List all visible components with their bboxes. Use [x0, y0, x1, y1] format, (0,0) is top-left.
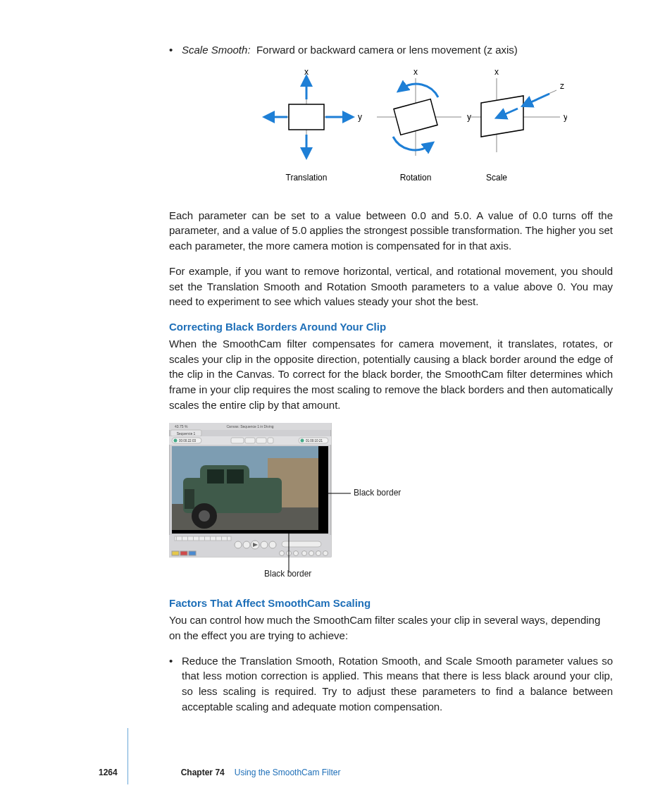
svg-rect-26: [231, 438, 244, 443]
content-column: Scale Smooth: Forward or backward camera…: [169, 42, 613, 715]
svg-point-58: [243, 541, 250, 548]
paragraph: You can control how much the SmoothCam f…: [169, 612, 613, 643]
chapter-title: Using the SmoothCam Filter: [235, 767, 341, 779]
svg-point-25: [174, 438, 178, 442]
svg-rect-47: [176, 536, 177, 541]
canvas-title: Canvas: Sequence 1 in Diving: [227, 424, 274, 429]
timecode-left: 00:00:22:03: [179, 439, 196, 443]
term-desc: Forward or backward camera or lens movem…: [256, 44, 518, 56]
caption-scale: Scale: [486, 173, 507, 183]
axis-y-label: y: [358, 112, 362, 122]
heading-factors-scaling: Factors That Affect SmoothCam Scaling: [169, 596, 613, 611]
axis-z-label: z: [560, 81, 564, 91]
svg-point-70: [302, 550, 307, 555]
svg-point-60: [261, 541, 268, 548]
svg-rect-56: [227, 536, 228, 541]
canvas-tab: Sequence 1: [177, 431, 196, 436]
svg-point-71: [309, 550, 314, 555]
svg-rect-44: [172, 530, 328, 534]
svg-rect-53: [210, 536, 211, 541]
callout-black-border-bottom: Black border: [264, 569, 311, 578]
svg-rect-29: [268, 438, 273, 443]
svg-rect-51: [199, 536, 199, 541]
svg-rect-38: [207, 469, 224, 483]
svg-text:y: y: [564, 112, 567, 122]
svg-rect-64: [172, 551, 179, 555]
paragraph: Each parameter can be set to a value bet…: [169, 208, 613, 254]
svg-point-72: [316, 550, 321, 555]
svg-rect-65: [180, 551, 187, 555]
svg-point-41: [199, 510, 210, 522]
svg-rect-39: [227, 469, 244, 483]
svg-point-73: [323, 550, 328, 555]
callout-black-border-right: Black border: [354, 488, 401, 498]
svg-line-18: [526, 94, 549, 104]
document-page: Scale Smooth: Forward or backward camera…: [0, 0, 672, 807]
svg-rect-48: [182, 536, 182, 541]
svg-rect-27: [245, 438, 255, 443]
svg-rect-54: [216, 536, 216, 541]
svg-rect-6: [289, 104, 324, 130]
svg-rect-52: [204, 536, 205, 541]
caption-translation: Translation: [286, 173, 328, 183]
svg-text:x: x: [494, 68, 499, 77]
svg-text:x: x: [413, 68, 418, 77]
page-number: 1264: [99, 767, 118, 779]
svg-point-57: [235, 541, 242, 548]
paragraph: When the SmoothCam filter compensates fo…: [169, 336, 613, 413]
svg-rect-63: [282, 541, 321, 547]
svg-rect-11: [394, 99, 437, 135]
svg-rect-43: [318, 446, 328, 534]
list-item: Reduce the Translation Smooth, Rotation …: [169, 653, 613, 715]
chapter-number: Chapter 74: [181, 767, 225, 779]
svg-rect-46: [175, 536, 231, 541]
list-item: Scale Smooth: Forward or backward camera…: [169, 42, 613, 58]
bullet-list-top: Scale Smooth: Forward or backward camera…: [169, 42, 613, 58]
timecode-right: 01:00:10:21: [306, 439, 323, 443]
svg-rect-49: [187, 536, 188, 541]
svg-rect-50: [193, 536, 194, 541]
svg-point-31: [301, 438, 304, 442]
bullet-list-bottom: Reduce the Translation Smooth, Rotation …: [169, 653, 613, 715]
canvas-pct: 43.75 %: [175, 424, 188, 429]
svg-point-61: [269, 541, 276, 548]
svg-point-69: [294, 550, 299, 555]
page-footer: 1264 Chapter 74 Using the SmoothCam Filt…: [0, 767, 672, 779]
motion-diagram: x y Translation x y: [169, 68, 634, 195]
svg-rect-66: [189, 551, 196, 555]
canvas-screenshot-figure: Canvas: Sequence 1 in Diving 43.75 % Seq…: [169, 423, 613, 582]
paragraph: For example, if you want to remove horiz…: [169, 264, 613, 309]
svg-rect-42: [185, 489, 194, 509]
axis-x-label: x: [304, 68, 309, 77]
svg-point-67: [280, 550, 285, 555]
svg-rect-28: [256, 438, 266, 443]
term-scale-smooth: Scale Smooth:: [182, 44, 251, 56]
svg-rect-55: [221, 536, 222, 541]
caption-rotation: Rotation: [400, 173, 432, 183]
heading-correcting-borders: Correcting Black Borders Around Your Cli…: [169, 319, 613, 335]
